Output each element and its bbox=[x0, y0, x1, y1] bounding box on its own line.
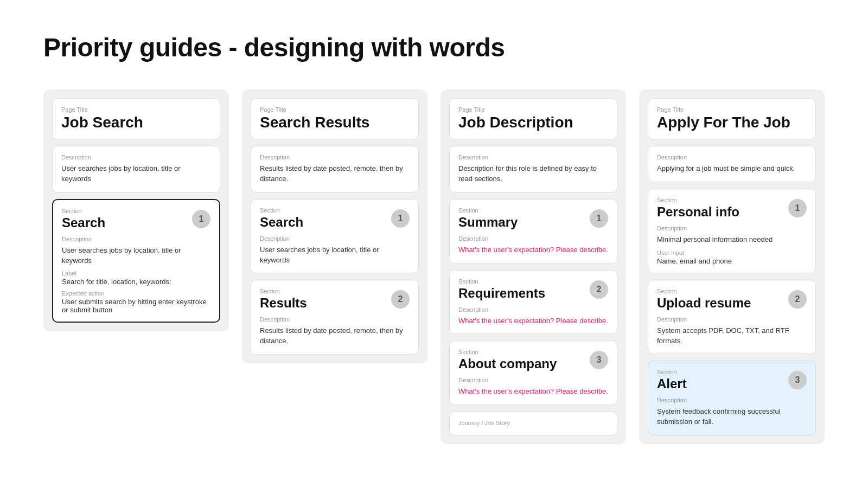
section-header-personal-info: Section Personal info 1 bbox=[657, 197, 807, 220]
section-desc-label-alert: Description bbox=[657, 397, 807, 403]
section-user-input-label-pi: User input bbox=[657, 249, 807, 256]
section-desc-label-requirements: Description bbox=[458, 306, 608, 313]
section-label-personal-info: Section bbox=[657, 197, 739, 203]
section-title-results-2: Results bbox=[260, 296, 307, 311]
desc-label-1: Description bbox=[61, 154, 211, 160]
page-title-label-4: Page Title bbox=[657, 106, 807, 113]
section-header-about-company: Section About company 3 bbox=[458, 349, 608, 371]
section-desc-s2a: User searches jobs by location, title or… bbox=[260, 245, 410, 266]
section-label-search-1: Section bbox=[62, 208, 105, 214]
section-header-search-1: Section Search 1 bbox=[62, 208, 210, 230]
section-title-alert: Alert bbox=[657, 376, 687, 391]
section-desc-label-s1: Description bbox=[62, 236, 210, 242]
column-job-search: Page Title Job Search Description User s… bbox=[43, 89, 229, 331]
section-title-search-1: Search bbox=[62, 215, 105, 230]
section-header-requirements: Section Requirements 2 bbox=[458, 278, 608, 301]
section-number-summary: 1 bbox=[590, 209, 608, 228]
page-title-value-4: Apply For The Job bbox=[657, 114, 807, 131]
section-label-about-company: Section bbox=[458, 349, 557, 355]
section-alert: Section Alert 3 Description System feedb… bbox=[648, 361, 816, 435]
page-wrapper: Priority guides - designing with words P… bbox=[0, 0, 868, 488]
section-number-personal-info: 1 bbox=[788, 199, 807, 217]
section-desc-s1: User searches jobs by location, title or… bbox=[62, 246, 210, 266]
section-desc-alert: System feedback confirming successful su… bbox=[657, 407, 807, 427]
section-desc-requirements: What's the user's expectation? Please de… bbox=[458, 316, 608, 326]
section-header-search-2: Section Search 1 bbox=[260, 207, 410, 230]
page-title-card-job-search: Page Title Job Search bbox=[52, 98, 220, 139]
page-title-value-2: Search Results bbox=[260, 114, 410, 131]
section-desc-summary: What's the user's expectation? Please de… bbox=[458, 245, 608, 255]
desc-label-3: Description bbox=[458, 154, 608, 160]
section-number-about-company: 3 bbox=[590, 351, 608, 369]
column-search-results: Page Title Search Results Description Re… bbox=[242, 89, 427, 363]
page-title-value-1: Job Search bbox=[61, 114, 211, 131]
section-summary: Section Summary 1 Description What's the… bbox=[449, 199, 617, 264]
section-desc-upload-resume: System accepts PDF, DOC, TXT, and RTF fo… bbox=[657, 326, 807, 346]
page-title-card-search-results: Page Title Search Results bbox=[251, 98, 419, 139]
section-label-journey: Journey / Job Story bbox=[458, 420, 608, 426]
section-label-alert: Section bbox=[657, 369, 687, 375]
section-desc-label-s2b: Description bbox=[260, 316, 410, 323]
section-header-summary: Section Summary 1 bbox=[458, 207, 608, 230]
section-desc-label-personal-info: Description bbox=[657, 225, 807, 232]
desc-value-1: User searches jobs by location, title or… bbox=[61, 164, 211, 184]
page-title-card-job-desc: Page Title Job Description bbox=[449, 98, 617, 139]
desc-value-2: Results listed by date posted, remote, t… bbox=[260, 164, 410, 184]
desc-value-3: Description for this role is defined by … bbox=[458, 164, 608, 184]
page-title-label-1: Page Title bbox=[61, 106, 211, 113]
section-title-personal-info: Personal info bbox=[657, 204, 739, 220]
section-title-about-company: About company bbox=[458, 356, 557, 371]
section-number-upload-resume: 2 bbox=[788, 290, 807, 309]
section-search-2: Section Search 1 Description User search… bbox=[251, 199, 419, 274]
section-desc-label-s2a: Description bbox=[260, 235, 410, 242]
desc-label-4: Description bbox=[657, 154, 807, 160]
section-user-input-value-pi: Name, email and phone bbox=[657, 257, 807, 265]
section-requirements: Section Requirements 2 Description What'… bbox=[449, 270, 617, 335]
section-expected-label-s1: Expected action bbox=[62, 290, 210, 297]
section-desc-label-about-company: Description bbox=[458, 377, 608, 383]
page-title: Priority guides - designing with words bbox=[43, 33, 825, 62]
section-label-value-s1: Search for title, location, keywords: bbox=[62, 278, 210, 286]
description-card-3: Description Description for this role is… bbox=[449, 146, 617, 192]
section-info-personal-info: Section Personal info bbox=[657, 197, 739, 220]
description-card-1: Description User searches jobs by locati… bbox=[52, 146, 220, 192]
section-desc-label-upload-resume: Description bbox=[657, 316, 807, 323]
section-desc-label-summary: Description bbox=[458, 235, 608, 242]
section-title-requirements: Requirements bbox=[458, 286, 545, 301]
section-info-requirements: Section Requirements bbox=[458, 278, 545, 301]
section-label-summary: Section bbox=[458, 207, 518, 214]
section-number-search-2: 1 bbox=[391, 209, 410, 228]
desc-label-2: Description bbox=[260, 154, 410, 160]
section-number-results-2: 2 bbox=[391, 290, 410, 309]
description-card-4: Description Applying for a job must be s… bbox=[648, 146, 816, 182]
section-header-results-2: Section Results 2 bbox=[260, 288, 410, 311]
columns-container: Page Title Job Search Description User s… bbox=[43, 89, 825, 444]
section-label-field-s1: Label bbox=[62, 270, 210, 277]
section-journey-partial: Journey / Job Story bbox=[449, 412, 617, 435]
section-desc-personal-info: Minimal personal information needed bbox=[657, 235, 807, 245]
section-info-search-2: Section Search bbox=[260, 207, 303, 230]
section-header-upload-resume: Section Upload resume 2 bbox=[657, 288, 807, 311]
section-info-summary: Section Summary bbox=[458, 207, 518, 230]
page-title-value-3: Job Description bbox=[458, 114, 608, 131]
section-about-company: Section About company 3 Description What… bbox=[449, 341, 617, 405]
column-apply-for-job: Page Title Apply For The Job Description… bbox=[639, 89, 825, 444]
section-title-upload-resume: Upload resume bbox=[657, 296, 751, 311]
section-title-summary: Summary bbox=[458, 215, 518, 230]
section-upload-resume: Section Upload resume 2 Description Syst… bbox=[648, 280, 816, 355]
desc-value-4: Applying for a job must be simple and qu… bbox=[657, 164, 807, 174]
section-info-alert: Section Alert bbox=[657, 369, 687, 391]
page-title-label-2: Page Title bbox=[260, 106, 410, 113]
section-info-search-1: Section Search bbox=[62, 208, 105, 230]
description-card-2: Description Results listed by date poste… bbox=[251, 146, 419, 192]
section-expected-value-s1: User submits search by hitting enter key… bbox=[62, 298, 210, 314]
section-desc-about-company: What's the user's expectation? Please de… bbox=[458, 387, 608, 397]
column-job-description: Page Title Job Description Description D… bbox=[441, 89, 626, 444]
section-label-requirements: Section bbox=[458, 278, 545, 285]
section-info-about-company: Section About company bbox=[458, 349, 557, 371]
section-personal-info: Section Personal info 1 Description Mini… bbox=[648, 189, 816, 273]
section-search-1: Section Search 1 Description User search… bbox=[52, 199, 220, 323]
section-label-results-2: Section bbox=[260, 288, 307, 294]
section-title-search-2: Search bbox=[260, 215, 303, 230]
section-label-upload-resume: Section bbox=[657, 288, 751, 294]
